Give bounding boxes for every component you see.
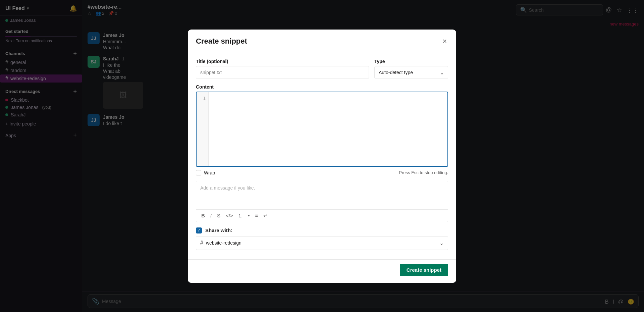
ordered-list-button[interactable]: 1. <box>237 212 245 219</box>
title-type-row: Title (optional) Type Auto-detect type P… <box>196 59 448 79</box>
create-snippet-modal: Create snippet × Title (optional) Type A… <box>188 30 456 283</box>
wrap-left: Wrap <box>196 170 215 175</box>
create-snippet-button[interactable]: Create snippet <box>400 264 448 276</box>
wrap-row: Wrap Press Esc to stop editing. <box>196 170 448 175</box>
share-section: ✓ Share with: # website-redesign ⌄ <box>196 227 448 250</box>
bold-button[interactable]: B <box>200 212 207 219</box>
selected-channel-name: website-redesign <box>206 240 241 246</box>
close-button[interactable]: × <box>441 36 448 46</box>
title-field-label: Title (optional) <box>196 59 369 64</box>
modal-overlay: Create snippet × Title (optional) Type A… <box>0 0 644 312</box>
channel-select[interactable]: # website-redesign ⌄ <box>196 236 448 250</box>
chevron-down-icon: ⌄ <box>439 240 444 246</box>
channel-select-left: # website-redesign <box>200 240 241 246</box>
modal-header: Create snippet × <box>188 30 456 52</box>
unordered-list-button[interactable]: • <box>246 212 251 219</box>
undo-button[interactable]: ↩ <box>262 212 269 220</box>
message-textarea-wrapper: B I S </> 1. • ≡ ↩ <box>196 181 448 222</box>
wrap-label: Wrap <box>204 170 215 175</box>
type-field-label: Type <box>374 59 448 64</box>
title-input[interactable] <box>196 66 369 79</box>
code-editor: 1 <box>196 92 448 167</box>
wrap-checkbox[interactable] <box>196 170 201 175</box>
type-select-wrapper: Auto-detect type Plain text JavaScript P… <box>374 66 448 79</box>
code-content-input[interactable] <box>209 92 447 166</box>
formatting-toolbar: B I S </> 1. • ≡ ↩ <box>196 209 448 222</box>
type-field-group: Type Auto-detect type Plain text JavaScr… <box>374 59 448 79</box>
share-checkbox[interactable]: ✓ <box>196 227 202 233</box>
line-number: 1 <box>199 96 206 101</box>
modal-title: Create snippet <box>196 37 247 46</box>
content-label: Content <box>196 84 448 90</box>
esc-hint: Press Esc to stop editing. <box>399 170 448 175</box>
hash-icon: # <box>200 240 203 246</box>
type-select[interactable]: Auto-detect type Plain text JavaScript P… <box>374 66 448 79</box>
strikethrough-button[interactable]: S <box>215 212 222 219</box>
modal-footer: Create snippet <box>188 259 456 283</box>
share-row: ✓ Share with: <box>196 227 448 233</box>
checkmark-icon: ✓ <box>197 228 201 233</box>
share-channel-row: # website-redesign ⌄ <box>196 236 448 250</box>
share-label: Share with: <box>205 227 232 233</box>
blockquote-button[interactable]: ≡ <box>254 212 260 219</box>
modal-body: Title (optional) Type Auto-detect type P… <box>188 52 456 259</box>
line-numbers: 1 <box>197 92 209 166</box>
title-field-group: Title (optional) <box>196 59 369 79</box>
italic-button[interactable]: I <box>209 212 213 219</box>
code-button[interactable]: </> <box>224 212 235 219</box>
message-textarea[interactable] <box>196 181 448 208</box>
